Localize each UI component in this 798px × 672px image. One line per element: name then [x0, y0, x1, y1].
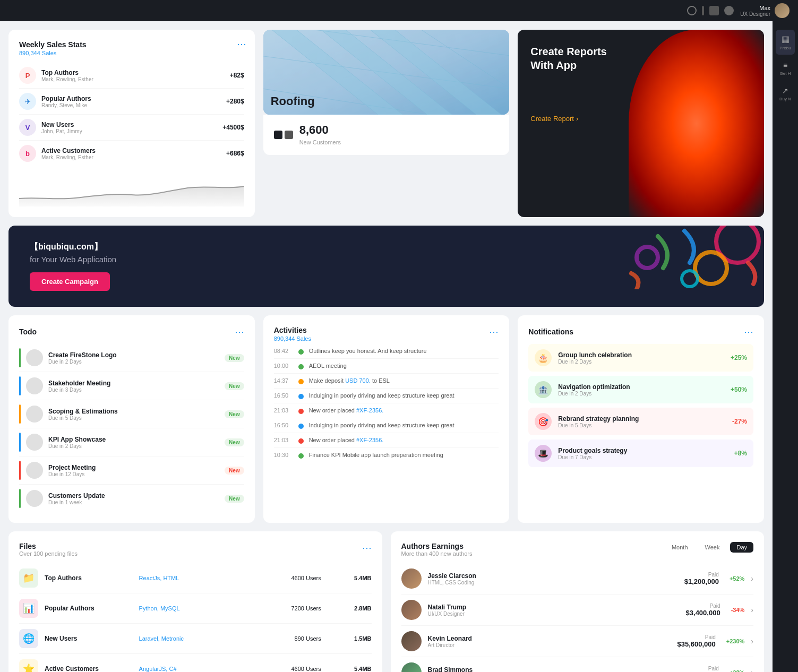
create-campaign-button[interactable]: Create Campaign	[30, 272, 110, 291]
new-customers-count: 8,600	[299, 123, 341, 137]
user-avatar[interactable]	[775, 3, 790, 18]
stat-top-authors: P Top Authors Mark, Rowling, Esther +82$	[19, 63, 244, 89]
new-customers-label: New Customers	[299, 139, 341, 145]
todo-avatar	[26, 377, 43, 394]
svg-point-15	[695, 252, 727, 284]
notif-icon: 🏦	[535, 381, 552, 398]
notif-value: -27%	[732, 418, 747, 425]
todo-menu[interactable]: ⋯	[235, 326, 244, 338]
todo-badge: New	[225, 467, 244, 475]
file-name: New Users	[45, 635, 133, 642]
grid-icon[interactable]	[709, 6, 719, 15]
sidebar-btn-geth[interactable]: ≡ Get H	[776, 57, 795, 80]
todo-badge: New	[225, 354, 244, 362]
campaign-decoration	[605, 226, 764, 307]
top-authors-users: Mark, Rowling, Esther	[41, 76, 225, 82]
files-title: Files	[19, 542, 78, 550]
notif-icon: 🎯	[535, 413, 552, 430]
activity-item: 10:30 Finance KPI Mobile app launch prep…	[274, 448, 499, 462]
tab-week[interactable]: Week	[699, 542, 726, 553]
campaign-banner: 【biqubiqu.com】 for Your Web Application …	[8, 226, 764, 307]
active-customers-label: Active Customers	[41, 147, 221, 154]
right-sidebar: ▦ Prebu ≡ Get H ↗ Buy N	[773, 21, 798, 672]
weekly-sales-title: Weekly Sales Stats	[19, 40, 244, 49]
file-size: 5.4MB	[328, 575, 372, 581]
author-detail-arrow[interactable]: ›	[751, 668, 753, 672]
search-icon[interactable]	[687, 6, 697, 15]
notif-value: +50%	[731, 386, 747, 393]
deposit-link[interactable]: USD 700.	[345, 377, 371, 384]
popular-authors-value: +280$	[226, 98, 244, 105]
stat-new-users: V New Users John, Pat, Jimmy +4500$	[19, 115, 244, 141]
nc-icons	[274, 131, 293, 139]
user-name: Max	[740, 5, 770, 11]
author-name: Jessie Clarcson	[428, 572, 678, 580]
roofing-container: Roofing 8,600 New Customers	[263, 30, 510, 217]
popular-authors-users: Randy, Steve, Mike	[41, 102, 221, 108]
activities-subtitle: 890,344 Sales	[274, 335, 311, 342]
todo-badge: New	[225, 495, 244, 503]
active-customers-icon: b	[19, 145, 36, 162]
activity-item: 08:42 Outlines keep you honest. And keep…	[274, 344, 499, 359]
top-navigation: Max UX Designer	[0, 0, 798, 21]
author-row: Natali Trump UI/UX Designer Paid $3,400,…	[401, 595, 754, 626]
order-link[interactable]: #XF-2356.	[356, 407, 383, 413]
author-name: Kevin Leonard	[428, 635, 671, 642]
signal-icon	[702, 6, 704, 15]
activities-menu[interactable]: ⋯	[489, 326, 499, 338]
nav-icons	[687, 6, 734, 15]
todo-avatar	[26, 434, 43, 451]
author-row: Jessie Clarcson HTML, CSS Coding Paid $1…	[401, 563, 754, 595]
file-row: ⭐ Active Customers AngularJS, C# 4600 Us…	[19, 654, 372, 672]
file-name: Active Customers	[45, 665, 133, 672]
file-icon: 📁	[19, 568, 38, 588]
row1: Weekly Sales Stats 890,344 Sales ⋯ P Top…	[8, 30, 764, 217]
tab-month[interactable]: Month	[665, 542, 694, 553]
sidebar-btn-prebu[interactable]: ▦ Prebu	[776, 30, 795, 55]
weekly-sales-subtitle: 890,344 Sales	[19, 50, 244, 56]
sidebar-btn-buyn[interactable]: ↗ Buy N	[776, 82, 795, 106]
create-report-link[interactable]: Create Report ›	[530, 115, 578, 123]
notifications-card: Notifications ⋯ 🎂 Group lunch celebratio…	[518, 315, 764, 523]
file-icon: 🌐	[19, 629, 38, 648]
author-detail-arrow[interactable]: ›	[751, 606, 753, 614]
authors-earnings-card: Authors Earnings More than 400 new autho…	[391, 531, 765, 672]
todo-avatar	[26, 462, 43, 479]
tab-day[interactable]: Day	[730, 542, 753, 553]
new-customers-card: 8,600 New Customers	[263, 115, 510, 155]
nc-icon-dark	[274, 131, 282, 139]
author-name: Natali Trump	[428, 604, 680, 611]
file-users: 4600 Users	[251, 666, 321, 672]
authors-earnings-title: Authors Earnings	[401, 542, 473, 550]
weekly-sales-menu[interactable]: ⋯	[237, 38, 246, 50]
author-change: +52%	[730, 575, 744, 582]
authors-earnings-subtitle: More than 400 new authors	[401, 550, 473, 557]
todo-item: Scoping & Estimations Due in 5 Days New	[19, 400, 244, 428]
author-detail-arrow[interactable]: ›	[751, 637, 753, 645]
stat-popular-authors: ✈ Popular Authors Randy, Steve, Mike +28…	[19, 89, 244, 115]
notification-item: 🏦 Navigation optimization Due in 2 Days …	[528, 376, 753, 403]
file-users: 4600 Users	[251, 575, 321, 581]
files-menu[interactable]: ⋯	[362, 542, 372, 554]
brightness-icon[interactable]	[724, 6, 734, 15]
row3: Todo ⋯ Create FireStone Logo Due in 2 Da…	[8, 315, 764, 523]
activities-title: Activities	[274, 326, 311, 334]
todo-avatar	[26, 490, 43, 507]
notif-value: +25%	[731, 354, 747, 361]
todo-avatar	[26, 349, 43, 366]
earnings-tabs: Month Week Day	[665, 542, 753, 553]
author-role: Art Director	[428, 642, 671, 648]
notif-value: +8%	[734, 450, 747, 457]
sparkline-chart	[19, 175, 244, 206]
activity-item: 16:50 Indulging in poorly driving and ke…	[274, 418, 499, 433]
new-users-label: New Users	[41, 121, 217, 128]
todo-badge: New	[225, 410, 244, 418]
author-role: HTML, CSS Coding	[428, 580, 678, 585]
roofing-title: Roofing	[271, 94, 315, 108]
activity-item: 10:00 AEOL meeting	[274, 359, 499, 374]
author-detail-arrow[interactable]: ›	[751, 574, 753, 583]
notifications-menu[interactable]: ⋯	[744, 326, 753, 338]
author-row: Kevin Leonard Art Director Paid $35,600,…	[401, 626, 754, 657]
order-link2[interactable]: #XF-2356.	[356, 437, 383, 443]
files-card: Files Over 100 pending files ⋯ 📁 Top Aut…	[8, 531, 382, 672]
